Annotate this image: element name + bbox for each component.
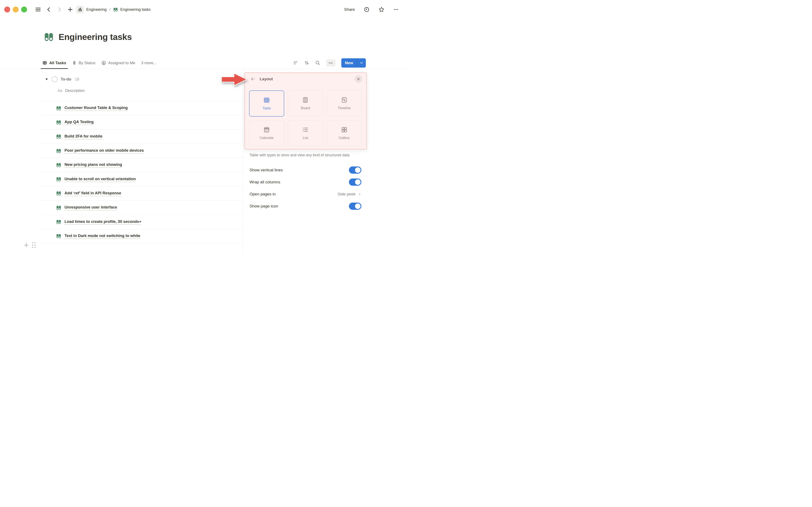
- breadcrumb-page[interactable]: Engineering tasks: [120, 7, 151, 12]
- table-row[interactable]: Poor performance on older mobile devices: [40, 144, 243, 158]
- breadcrumb: Engineering / Engineering tasks: [76, 6, 151, 13]
- more-options-button[interactable]: [393, 7, 399, 12]
- hamburger-icon: [35, 7, 41, 12]
- search-view-button[interactable]: [315, 60, 320, 65]
- show-page-icon-toggle[interactable]: [349, 203, 361, 210]
- setting-label: Wrap all columns: [250, 180, 280, 184]
- task-link[interactable]: Add ‘ref’ field in API Response: [64, 191, 121, 196]
- sort-arrows-icon: [304, 60, 309, 65]
- breadcrumb-workspace[interactable]: Engineering: [86, 7, 107, 12]
- column-header-description[interactable]: Aa Description: [57, 87, 243, 94]
- setting-label: Open pages in: [250, 192, 276, 196]
- layout-option-list[interactable]: List: [288, 120, 323, 146]
- layout-panel-header: Layout: [245, 73, 366, 83]
- search-icon: [315, 60, 320, 65]
- clock-icon: [364, 7, 370, 12]
- table-row[interactable]: Add ‘ref’ field in API Response: [40, 186, 243, 201]
- plus-icon: [67, 7, 73, 12]
- binoculars-icon: [56, 148, 61, 154]
- task-link[interactable]: Build 2FA for mobile: [64, 134, 102, 139]
- layout-option-gallery[interactable]: Gallery: [327, 120, 362, 146]
- task-link[interactable]: Text in Dark mode not switching to white: [64, 233, 140, 239]
- building-icon: [78, 7, 83, 12]
- table-row[interactable]: Unresponsive user interface: [40, 201, 243, 215]
- task-link[interactable]: App QA Testing: [64, 120, 94, 125]
- setting-label: Show page icon: [250, 204, 278, 209]
- share-button[interactable]: Share: [344, 7, 355, 12]
- person-circle-icon: [101, 60, 106, 65]
- tab-label: By Status: [79, 61, 95, 65]
- binoculars-icon: [56, 219, 61, 225]
- task-link[interactable]: Unresponsive user interface: [64, 205, 117, 210]
- forward-button[interactable]: [57, 7, 62, 12]
- tab-by-status[interactable]: By Status: [70, 57, 98, 69]
- task-link[interactable]: New pricing plans not showing: [64, 162, 122, 168]
- star-icon: [378, 7, 385, 12]
- table-row[interactable]: Build 2FA for mobile: [40, 130, 243, 144]
- wrap-all-columns-toggle[interactable]: [349, 178, 361, 186]
- gallery-layout-icon: [341, 126, 348, 133]
- close-window-button[interactable]: [4, 7, 10, 12]
- sidebar-menu-button[interactable]: [35, 7, 41, 12]
- ellipsis-icon: [393, 7, 399, 12]
- add-row-button[interactable]: [23, 242, 30, 248]
- binoculars-icon: [56, 177, 61, 182]
- panel-title: Layout: [260, 77, 273, 81]
- task-link[interactable]: Unable to scroll on vertical orientation: [64, 177, 136, 182]
- binoculars-icon: [56, 134, 61, 139]
- tab-all-tasks[interactable]: All Tasks: [40, 57, 68, 69]
- tab-assigned-to-me[interactable]: Assigned to Me: [99, 57, 138, 69]
- layout-option-label: List: [303, 136, 308, 140]
- board-layout-icon: [302, 97, 309, 103]
- layout-option-timeline[interactable]: Timeline: [327, 91, 362, 116]
- drag-handle-icon[interactable]: [32, 242, 36, 248]
- table-layout-icon: [263, 97, 270, 104]
- collapse-triangle-icon[interactable]: [45, 77, 48, 81]
- new-dropdown-button[interactable]: [357, 58, 366, 68]
- panel-close-button[interactable]: [355, 75, 362, 83]
- calendar-layout-icon: [263, 126, 270, 133]
- open-pages-in-select[interactable]: Side peek: [338, 192, 361, 196]
- tab-label: All Tasks: [49, 61, 66, 65]
- layout-option-label: Timeline: [338, 106, 351, 110]
- tab-label: 3 more...: [141, 61, 157, 65]
- table-row[interactable]: App QA Testing: [40, 115, 243, 129]
- layout-option-calendar[interactable]: Calendar: [249, 120, 284, 146]
- sort-button[interactable]: [304, 60, 309, 65]
- view-tabs: All Tasks By Status: [40, 57, 159, 69]
- history-button[interactable]: [364, 7, 370, 12]
- table-row[interactable]: New pricing plans not showing: [40, 158, 243, 172]
- text-type-icon: Aa: [57, 88, 62, 93]
- table-row[interactable]: Unable to scroll on vertical orientation: [40, 172, 243, 186]
- favorite-button[interactable]: [378, 7, 385, 12]
- page-binoculars-icon[interactable]: [44, 32, 54, 42]
- new-button[interactable]: New: [341, 58, 357, 68]
- binoculars-icon: [56, 191, 61, 196]
- new-page-button[interactable]: [67, 7, 73, 12]
- table-row[interactable]: Text in Dark mode not switching to white: [40, 229, 243, 243]
- select-value-text: Side peek: [338, 192, 355, 196]
- group-count: 18: [75, 77, 79, 81]
- table-row[interactable]: Load times to create profile, 30 seconds…: [40, 215, 243, 229]
- show-vertical-lines-toggle[interactable]: [349, 166, 361, 174]
- panel-back-button[interactable]: [250, 76, 255, 81]
- layout-option-table[interactable]: Table: [249, 91, 284, 117]
- workspace-icon-chip[interactable]: [76, 6, 84, 13]
- new-split-button: New: [341, 58, 366, 68]
- back-button[interactable]: [46, 7, 52, 12]
- chevron-right-icon: [57, 7, 62, 12]
- table-row[interactable]: Customer Round Table & Scoping: [40, 101, 243, 115]
- filter-button[interactable]: [293, 60, 298, 65]
- task-link[interactable]: Customer Round Table & Scoping: [64, 105, 128, 111]
- task-link[interactable]: Poor performance on older mobile devices: [64, 148, 144, 154]
- layout-option-board[interactable]: Board: [288, 91, 323, 116]
- group-name[interactable]: To-do: [61, 77, 71, 81]
- tab-more-views[interactable]: 3 more...: [139, 57, 159, 69]
- zoom-window-button[interactable]: [21, 7, 27, 12]
- task-link[interactable]: Load times to create profile, 30 seconds…: [64, 219, 141, 225]
- setting-label: Show vertical lines: [250, 168, 283, 172]
- minimize-window-button[interactable]: [13, 7, 18, 12]
- view-options-button[interactable]: [326, 59, 336, 66]
- traffic-light-icon: [72, 61, 77, 65]
- view-toolbar: All Tasks By Status: [0, 57, 406, 69]
